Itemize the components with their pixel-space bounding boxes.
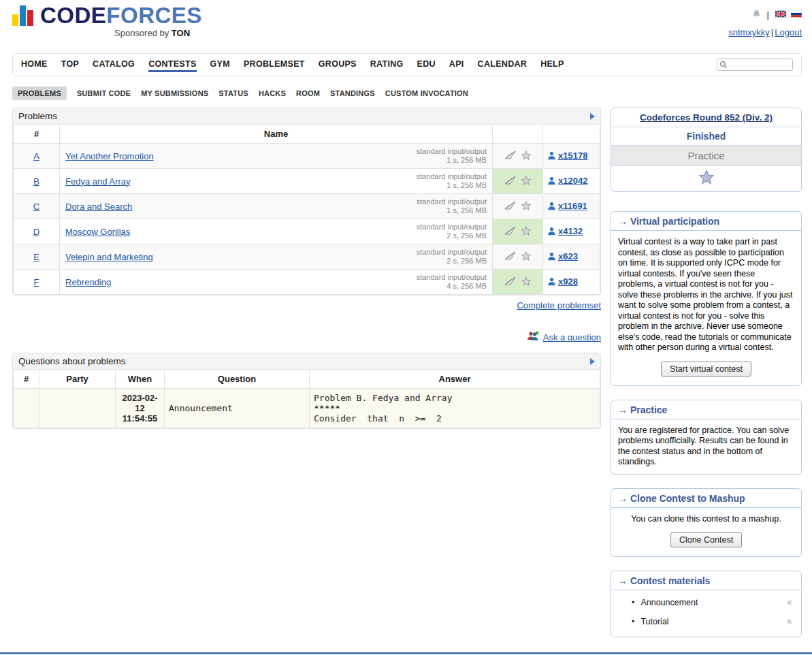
question-answer: Problem B. Fedya and Array ***** Conside… — [310, 389, 600, 428]
solved-count-link[interactable]: x928 — [547, 276, 578, 287]
person-icon — [547, 253, 556, 263]
problem-name-link[interactable]: Moscow Gorillas — [65, 227, 130, 237]
problem-index-link[interactable]: B — [33, 176, 39, 187]
problem-index-link[interactable]: D — [33, 227, 39, 237]
solved-count-link[interactable]: x623 — [547, 251, 578, 261]
submit-wing-icon[interactable] — [504, 176, 516, 187]
list-item: • Announcement × — [611, 593, 801, 612]
flag-ru-icon[interactable] — [791, 10, 802, 20]
col-header-answer: Answer — [310, 370, 600, 389]
solved-count-link[interactable]: x11691 — [547, 201, 587, 211]
favorite-star-icon[interactable] — [521, 251, 531, 263]
subnav-item-problems[interactable]: PROBLEMS — [12, 86, 67, 100]
solved-count-link[interactable]: x4132 — [547, 226, 583, 236]
nav-item-gym[interactable]: GYM — [210, 58, 230, 72]
complete-problemset-link[interactable]: Complete problemset — [517, 300, 601, 310]
question-row: 2023-02-12 11:54:55 Announcement Problem… — [14, 389, 600, 428]
problem-limits: standard input/output1 s, 256 MB — [417, 172, 487, 190]
problem-name-link[interactable]: Fedya and Array — [65, 176, 130, 187]
col-header-actions — [493, 125, 543, 144]
table-row: B Fedya and Array standard input/output1… — [14, 169, 600, 194]
nav-item-home[interactable]: HOME — [21, 58, 48, 72]
favorite-star-icon[interactable] — [521, 226, 531, 238]
flag-uk-icon[interactable] — [775, 10, 786, 20]
table-row: F Rebrending standard input/output4 s, 2… — [14, 270, 600, 295]
favorite-star-icon[interactable] — [521, 201, 531, 212]
subnav-item-status[interactable]: STATUS — [218, 89, 248, 97]
col-header-when: When — [116, 370, 165, 389]
favorite-star-icon[interactable] — [521, 150, 531, 162]
submit-wing-icon[interactable] — [504, 150, 516, 161]
submit-wing-icon[interactable] — [504, 226, 516, 237]
submit-wing-icon[interactable] — [504, 201, 516, 212]
main-content: Problems # Name A Yet Another Promotion — [12, 108, 601, 429]
logo-text-forces: FORCES — [106, 3, 202, 28]
subnav-item-custom-invocation[interactable]: CUSTOM INVOCATION — [385, 89, 468, 97]
nav-item-problemset[interactable]: PROBLEMSET — [244, 58, 305, 72]
user-separator: | — [771, 27, 773, 37]
person-icon — [547, 152, 556, 162]
problem-name-link[interactable]: Yet Another Promotion — [65, 151, 154, 161]
subnav-item-submit-code[interactable]: SUBMIT CODE — [77, 89, 131, 97]
codeforces-logo[interactable]: CODEFORCES Sponsored by TON — [12, 5, 202, 53]
username-link[interactable]: sntmxykky — [728, 27, 770, 37]
problem-name-link[interactable]: Rebrending — [65, 277, 111, 287]
virtual-participation-title: → Virtual participation — [611, 212, 801, 231]
nav-item-api[interactable]: API — [449, 58, 464, 72]
close-icon[interactable]: × — [787, 597, 792, 608]
subnav-item-hacks[interactable]: HACKS — [259, 89, 286, 97]
submit-wing-icon[interactable] — [504, 276, 516, 287]
favorite-star-icon[interactable] — [521, 276, 531, 288]
main-nav: HOME TOP CATALOG CONTESTS GYM PROBLEMSET… — [12, 53, 802, 76]
problem-limits: standard input/output4 s, 256 MB — [417, 273, 487, 291]
nav-item-contests[interactable]: CONTESTS — [148, 58, 196, 72]
nav-item-groups[interactable]: GROUPS — [319, 58, 357, 72]
favorite-star-icon[interactable] — [521, 176, 531, 187]
submit-wing-icon[interactable] — [504, 251, 516, 262]
nav-item-top[interactable]: TOP — [61, 58, 79, 72]
contest-materials-title: → Contest materials — [611, 571, 801, 590]
col-header-index: # — [14, 125, 60, 144]
contest-title-link[interactable]: Codeforces Round 852 (Div. 2) — [611, 108, 801, 127]
list-item: • Tutorial × — [611, 612, 801, 631]
practice-text: You are registered for practice. You can… — [618, 426, 794, 468]
subnav-item-standings[interactable]: STANDINGS — [330, 89, 375, 97]
table-row: A Yet Another Promotion standard input/o… — [14, 144, 600, 169]
contest-materials-box: → Contest materials • Announcement × • T… — [611, 571, 802, 637]
nav-item-calendar[interactable]: CALENDAR — [478, 58, 527, 72]
ask-question-link[interactable]: Ask a question — [543, 332, 601, 342]
nav-item-catalog[interactable]: CATALOG — [93, 58, 135, 72]
nav-item-help[interactable]: HELP — [540, 58, 564, 72]
clone-contest-title: → Clone Contest to Mashup — [611, 489, 801, 508]
subnav-item-my-submissions[interactable]: MY SUBMISSIONS — [141, 89, 208, 97]
start-virtual-contest-button[interactable]: Start virtual contest — [661, 362, 751, 377]
contest-favorite-star-icon[interactable] — [699, 176, 714, 187]
bell-icon[interactable] — [752, 9, 761, 20]
virtual-participation-text: Virtual contest is a way to take part in… — [618, 237, 794, 353]
expand-arrow-icon[interactable] — [590, 358, 595, 365]
logout-link[interactable]: Logout — [775, 27, 802, 37]
problem-index-link[interactable]: C — [33, 202, 39, 212]
problem-name-link[interactable]: Dora and Search — [65, 202, 132, 212]
problem-limits: standard input/output1 s, 256 MB — [417, 147, 487, 165]
question-text: Announcement — [165, 389, 310, 428]
material-announcement-link[interactable]: Announcement — [640, 598, 786, 607]
solved-count-link[interactable]: x15178 — [547, 150, 587, 161]
problem-index-link[interactable]: A — [33, 151, 39, 161]
expand-arrow-icon[interactable] — [590, 113, 595, 120]
material-tutorial-link[interactable]: Tutorial — [640, 617, 786, 626]
solved-count-link[interactable]: x12042 — [547, 176, 587, 186]
bullet: • — [632, 617, 634, 626]
sidebar: Codeforces Round 852 (Div. 2) Finished P… — [611, 108, 802, 651]
problem-name-link[interactable]: Velepin and Marketing — [65, 252, 153, 262]
person-icon — [547, 278, 556, 288]
search-input[interactable] — [717, 59, 793, 71]
clone-contest-button[interactable]: Clone Contest — [670, 532, 742, 547]
nav-item-rating[interactable]: RATING — [370, 58, 404, 72]
nav-item-edu[interactable]: EDU — [417, 58, 436, 72]
questions-table-container: Questions about problems # Party When Qu… — [12, 353, 601, 429]
subnav-item-room[interactable]: ROOM — [296, 89, 320, 97]
problem-index-link[interactable]: E — [33, 252, 39, 262]
close-icon[interactable]: × — [787, 616, 792, 627]
problem-index-link[interactable]: F — [34, 277, 39, 287]
